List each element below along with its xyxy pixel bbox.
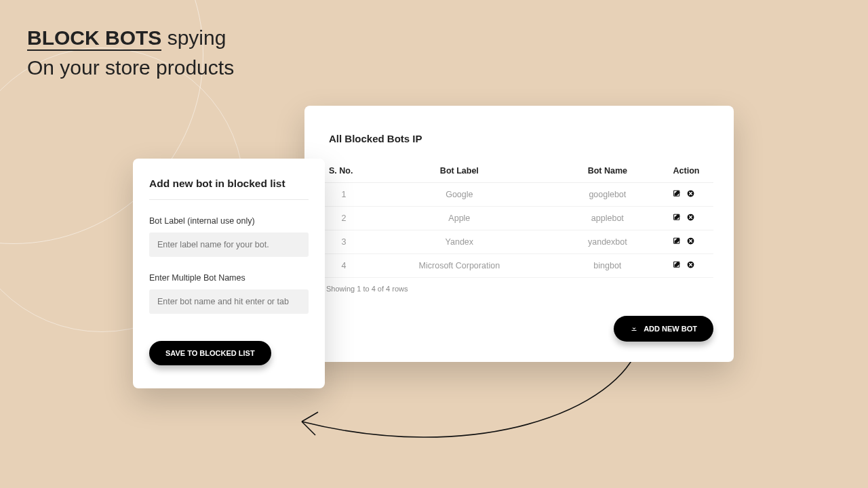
add-bot-form-card: Add new bot in blocked list Bot Label (i… xyxy=(133,159,325,388)
headline-rest: spying xyxy=(161,26,226,49)
bot-names-input[interactable] xyxy=(149,289,309,314)
headline-line2: On your store products xyxy=(27,53,234,83)
edit-icon[interactable] xyxy=(673,189,682,200)
add-new-bot-button[interactable]: ADD NEW BOT xyxy=(614,316,713,342)
cell-label: Yandex xyxy=(363,230,556,254)
col-action: Action xyxy=(659,161,713,183)
cell-name: applebot xyxy=(556,207,659,230)
cell-label: Apple xyxy=(363,207,556,230)
col-name: Bot Name xyxy=(556,161,659,183)
blocked-bots-table: S. No. Bot Label Bot Name Action 1Google… xyxy=(325,161,713,278)
cell-name: bingbot xyxy=(556,254,659,278)
col-label: Bot Label xyxy=(363,161,556,183)
blocked-bots-card: All Blocked Bots IP S. No. Bot Label Bot… xyxy=(304,106,734,362)
bot-label-label: Bot Label (internal use only) xyxy=(149,216,309,226)
cell-sno: 2 xyxy=(325,207,363,230)
table-row: 1Googlegooglebot xyxy=(325,183,713,207)
form-title: Add new bot in blocked list xyxy=(149,178,309,200)
save-button-label: SAVE TO BLOCKED LIST xyxy=(165,349,255,357)
cell-sno: 1 xyxy=(325,183,363,207)
save-button[interactable]: SAVE TO BLOCKED LIST xyxy=(149,341,271,365)
headline-bold: BLOCK BOTS xyxy=(27,26,161,51)
bot-names-label: Enter Multiple Bot Names xyxy=(149,273,309,283)
table-row: 3Yandexyandexbot xyxy=(325,230,713,254)
table-row: 2Appleapplebot xyxy=(325,207,713,230)
cell-name: yandexbot xyxy=(556,230,659,254)
cell-action xyxy=(659,254,713,278)
paging-text: Showing 1 to 4 of 4 rows xyxy=(326,285,713,293)
cell-label: Google xyxy=(363,183,556,207)
edit-icon[interactable] xyxy=(673,260,682,271)
col-sno: S. No. xyxy=(325,161,363,183)
cell-name: googlebot xyxy=(556,183,659,207)
page-title: BLOCK BOTS spying On your store products xyxy=(27,23,234,82)
delete-icon[interactable] xyxy=(686,260,695,271)
delete-icon[interactable] xyxy=(686,237,695,247)
cell-sno: 3 xyxy=(325,230,363,254)
download-icon xyxy=(630,324,638,333)
cell-action xyxy=(659,183,713,207)
cell-action xyxy=(659,230,713,254)
bot-label-input[interactable] xyxy=(149,232,309,257)
edit-icon[interactable] xyxy=(673,213,682,224)
cell-label: Microsoft Corporation xyxy=(363,254,556,278)
table-row: 4Microsoft Corporationbingbot xyxy=(325,254,713,278)
table-title: All Blocked Bots IP xyxy=(329,133,713,144)
edit-icon[interactable] xyxy=(673,237,682,247)
cell-action xyxy=(659,207,713,230)
add-button-label: ADD NEW BOT xyxy=(644,325,697,333)
delete-icon[interactable] xyxy=(686,189,695,200)
delete-icon[interactable] xyxy=(686,213,695,224)
cell-sno: 4 xyxy=(325,254,363,278)
